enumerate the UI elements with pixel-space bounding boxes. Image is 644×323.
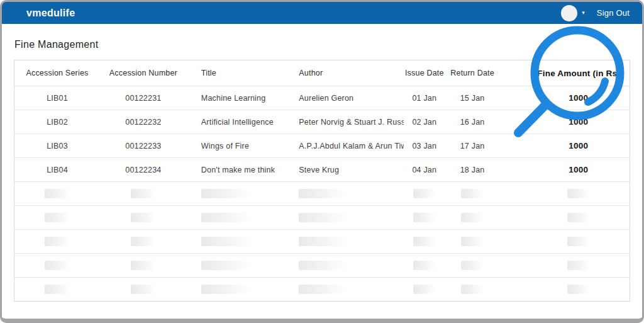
cell-author: Steve Krug xyxy=(284,158,404,181)
brand-logo-text: vmedulife xyxy=(26,8,75,19)
skeleton-block xyxy=(45,285,70,294)
skeleton-block xyxy=(131,261,156,270)
skeleton-block xyxy=(413,213,436,222)
cell-title: Artificial Intelligence xyxy=(187,110,285,133)
top-navigation-bar: vmedulife ▾ Sign Out xyxy=(2,2,642,24)
skeleton-block xyxy=(45,261,70,270)
skeleton-block xyxy=(461,213,484,222)
table-row: LIB03 00122233 Wings of Fire A.P.J.Abdul… xyxy=(14,133,630,157)
column-header-issue-date: Issue Date xyxy=(404,60,445,86)
skeleton-block xyxy=(461,261,484,270)
column-header-accession-number: Accession Number xyxy=(100,60,187,86)
cell-author: Aurelien Geron xyxy=(284,86,404,110)
column-header-title: Title xyxy=(187,60,285,86)
column-header-return-date: Return Date xyxy=(445,60,500,86)
skeleton-row xyxy=(14,277,630,301)
cell-title: Wings of Fire xyxy=(187,134,285,157)
cell-author: A.P.J.Abdul Kalam & Arun Tiwari xyxy=(284,134,404,157)
page-title: Fine Management xyxy=(14,39,98,50)
skeleton-block xyxy=(131,285,156,294)
skeleton-block xyxy=(45,189,70,198)
skeleton-block xyxy=(567,261,590,270)
cell-fine-amount: 1000 xyxy=(500,110,630,133)
skeleton-block xyxy=(299,237,347,246)
skeleton-block xyxy=(299,261,347,270)
skeleton-block xyxy=(413,261,436,270)
column-header-author: Author xyxy=(284,60,404,86)
cell-return-date: 18 Jan xyxy=(445,158,500,181)
skeleton-block xyxy=(131,189,156,198)
topbar-right-cluster: ▾ Sign Out xyxy=(561,5,630,21)
cell-title: Don't make me think xyxy=(187,158,285,181)
cell-fine-amount: 1000 xyxy=(500,158,630,181)
skeleton-block xyxy=(299,285,347,294)
cell-fine-amount: 1000 xyxy=(500,86,630,110)
cell-accession-series: LIB04 xyxy=(14,158,100,181)
cell-accession-series: LIB02 xyxy=(14,110,100,133)
table-row: LIB04 00122234 Don't make me think Steve… xyxy=(14,157,630,181)
sign-out-button[interactable]: Sign Out xyxy=(597,8,630,18)
skeleton-row xyxy=(14,205,630,229)
user-avatar[interactable] xyxy=(561,5,577,21)
skeleton-block xyxy=(461,189,484,198)
cell-issue-date: 03 Jan xyxy=(404,134,445,157)
cell-accession-number: 00122232 xyxy=(100,110,187,133)
skeleton-block xyxy=(299,213,347,222)
skeleton-block xyxy=(201,261,250,270)
cell-return-date: 17 Jan xyxy=(445,134,500,157)
cell-issue-date: 01 Jan xyxy=(404,86,445,110)
skeleton-block xyxy=(45,213,70,222)
chevron-down-icon[interactable]: ▾ xyxy=(582,10,585,16)
skeleton-block xyxy=(567,285,590,294)
skeleton-block xyxy=(461,237,484,246)
table-row: LIB01 00122231 Machine Learning Aurelien… xyxy=(14,86,630,110)
skeleton-block xyxy=(201,237,250,246)
cell-accession-series: LIB01 xyxy=(14,86,100,110)
skeleton-block xyxy=(131,237,156,246)
skeleton-block xyxy=(461,285,484,294)
skeleton-block xyxy=(567,213,590,222)
cell-return-date: 16 Jan xyxy=(445,110,500,133)
skeleton-block xyxy=(413,237,436,246)
cell-issue-date: 04 Jan xyxy=(404,158,445,181)
cell-accession-series: LIB03 xyxy=(14,134,100,157)
skeleton-block xyxy=(201,213,250,222)
cell-title: Machine Learning xyxy=(187,86,285,110)
skeleton-block xyxy=(567,237,590,246)
column-header-fine-amount: Fine Amount (in Rs. xyxy=(500,60,630,86)
skeleton-block xyxy=(299,189,347,198)
table-row: LIB02 00122232 Artificial Intelligence P… xyxy=(14,110,630,133)
skeleton-row xyxy=(14,253,630,277)
fine-management-table: Accession Series Accession Number Title … xyxy=(14,60,630,302)
cell-author: Peter Norvig & Stuart J. Russell xyxy=(284,110,404,133)
skeleton-block xyxy=(131,213,156,222)
skeleton-row xyxy=(14,229,630,253)
cell-accession-number: 00122233 xyxy=(100,134,187,157)
skeleton-block xyxy=(413,285,436,294)
cell-issue-date: 02 Jan xyxy=(404,110,445,133)
skeleton-block xyxy=(45,237,70,246)
skeleton-block xyxy=(201,285,250,294)
skeleton-block xyxy=(201,189,250,198)
skeleton-block xyxy=(413,189,436,198)
cell-fine-amount: 1000 xyxy=(500,134,630,157)
app-window: vmedulife ▾ Sign Out Fine Management Acc… xyxy=(0,0,644,323)
skeleton-block xyxy=(567,189,590,198)
cell-accession-number: 00122231 xyxy=(100,86,187,110)
skeleton-row xyxy=(14,181,630,205)
table-header-row: Accession Series Accession Number Title … xyxy=(14,60,630,86)
cell-accession-number: 00122234 xyxy=(100,158,187,181)
cell-return-date: 15 Jan xyxy=(445,86,500,110)
column-header-accession-series: Accession Series xyxy=(14,60,100,86)
